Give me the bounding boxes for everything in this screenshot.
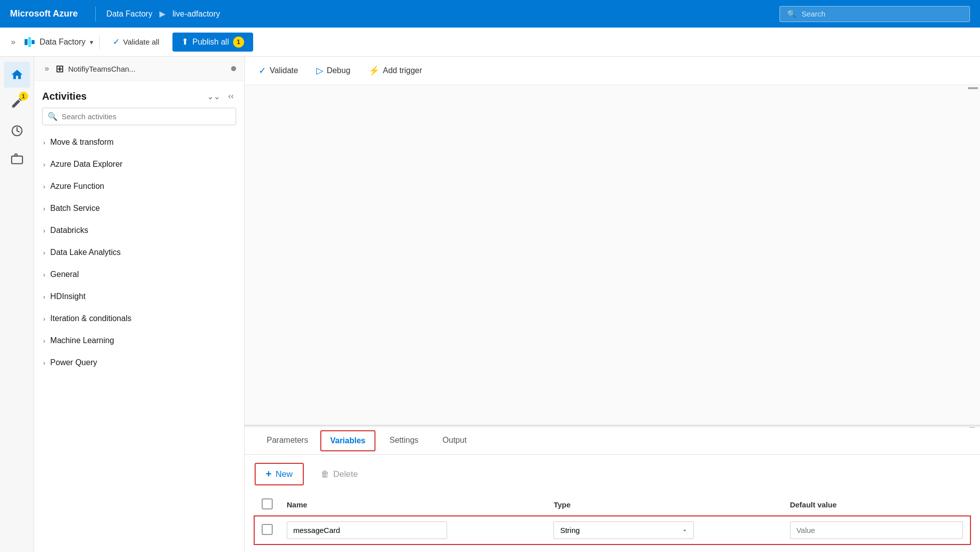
variable-name-input[interactable] [287, 521, 447, 539]
toolbar-df: Data Factory ▾ [24, 36, 93, 48]
chevron-icon: › [43, 359, 45, 367]
new-variable-button[interactable]: + New [255, 463, 304, 485]
search-input[interactable] [802, 10, 962, 18]
svg-rect-1 [28, 37, 31, 47]
tab-settings[interactable]: Settings [377, 428, 431, 454]
data-factory-icon [24, 36, 36, 48]
collapse-icon[interactable]: ⌄⌄ [205, 90, 223, 103]
list-item[interactable]: › Data Lake Analytics [38, 241, 240, 263]
publish-icon: ⬆ [181, 37, 188, 47]
toolbar-divider [99, 35, 100, 49]
variable-type-select[interactable]: String Boolean Array [553, 521, 694, 539]
row-checkbox[interactable] [262, 524, 273, 535]
nav-instance: live-adfactory [172, 10, 220, 19]
validate-icon: ✓ [113, 37, 120, 47]
chevron-icon: › [43, 293, 45, 301]
table-row: String Boolean Array [255, 516, 970, 544]
list-item[interactable]: › Azure Data Explorer [38, 153, 240, 175]
list-item[interactable]: › Move & transform [38, 131, 240, 153]
chevron-icon: › [43, 337, 45, 345]
search-activities-icon: 🔍 [48, 112, 58, 121]
monitor-icon [11, 124, 24, 137]
list-item[interactable]: › Power Query [38, 352, 240, 374]
validate-all-button[interactable]: ✓ Validate all [106, 33, 166, 51]
chevron-icon: › [43, 205, 45, 212]
chevron-icon: › [43, 315, 45, 323]
brand-label: Microsoft Azure [10, 9, 78, 19]
pipeline-icon: ⊞ [56, 63, 64, 75]
nav-service: Data Factory [106, 10, 152, 19]
sidebar-item-home[interactable] [4, 62, 30, 88]
activity-label: HDInsight [50, 292, 85, 301]
add-trigger-button[interactable]: ⚡ Add trigger [364, 63, 426, 79]
variables-table: Name Type Default value [255, 493, 970, 544]
activity-label: Data Lake Analytics [50, 248, 121, 257]
left-panel: » ⊞ NotifiyTeamsChan... Activities ⌄⌄ ‹‹… [34, 57, 245, 552]
col-header-name: Name [280, 493, 546, 516]
list-item[interactable]: › HDInsight [38, 286, 240, 308]
activity-label: General [50, 270, 79, 279]
activity-label: Power Query [50, 358, 97, 367]
col-header-type: Type [546, 493, 782, 516]
list-item[interactable]: › Databricks [38, 219, 240, 241]
chevron-icon: › [43, 249, 45, 256]
toolbar-expand-icon[interactable]: » [9, 36, 18, 49]
svg-rect-0 [25, 39, 28, 45]
collapse-left-icon[interactable]: ‹‹ [226, 90, 236, 103]
svg-rect-2 [32, 40, 35, 44]
trigger-icon: ⚡ [368, 65, 379, 76]
activity-list: › Move & transform › Azure Data Explorer… [34, 131, 244, 552]
nav-path: Data Factory ▶ live-adfactory [103, 9, 223, 19]
panel-expand-icon[interactable]: » [42, 63, 52, 75]
col-header-default: Default value [783, 493, 970, 516]
canvas-toolbar: ✓ Validate ▷ Debug ⚡ Add trigger [245, 57, 980, 85]
search-activities-input[interactable] [62, 112, 231, 121]
debug-button[interactable]: ▷ Debug [312, 63, 354, 79]
unsaved-indicator [231, 66, 236, 71]
validate-button[interactable]: ✓ Validate [255, 63, 302, 79]
bottom-panel: — Parameters Variables Settings Output [245, 425, 980, 552]
row-checkbox-cell [255, 516, 280, 544]
nav-divider [95, 7, 96, 22]
right-area: ✓ Validate ▷ Debug ⚡ Add trigger — [245, 57, 980, 552]
search-bar[interactable]: 🔍 [779, 6, 970, 22]
variable-default-input[interactable] [790, 521, 963, 539]
list-item[interactable]: › Machine Learning [38, 330, 240, 352]
sidebar-item-monitor[interactable] [4, 118, 30, 144]
list-item[interactable]: › Azure Function [38, 175, 240, 197]
toolbar-df-chevron[interactable]: ▾ [90, 38, 93, 46]
publish-badge: 1 [233, 37, 244, 48]
activities-title-row: Activities ⌄⌄ ‹‹ [34, 81, 244, 108]
var-actions: + New 🗑 Delete [255, 463, 970, 485]
activity-label: Move & transform [50, 138, 113, 147]
row-name-cell [280, 516, 546, 544]
trash-icon: 🗑 [321, 469, 329, 479]
publish-all-button[interactable]: ⬆ Publish all 1 [172, 33, 253, 52]
main-layout: 1 » ⊞ NotifiyTeamsChan... Activities ⌄⌄ [0, 57, 980, 552]
delete-variable-button[interactable]: 🗑 Delete [312, 465, 367, 484]
list-item[interactable]: › General [38, 263, 240, 286]
main-toolbar: » Data Factory ▾ ✓ Validate all ⬆ Publis… [0, 28, 980, 57]
list-item[interactable]: › Batch Service [38, 197, 240, 219]
chevron-icon: › [43, 271, 45, 279]
sidebar-item-manage[interactable] [4, 146, 30, 172]
tab-output[interactable]: Output [431, 428, 479, 454]
chevron-icon: › [43, 183, 45, 190]
activity-label: Databricks [50, 226, 88, 235]
search-icon: 🔍 [787, 10, 797, 19]
activities-search-box[interactable]: 🔍 [42, 108, 236, 125]
row-default-cell [783, 516, 970, 544]
tab-variables[interactable]: Variables [320, 430, 375, 451]
select-all-checkbox[interactable] [262, 498, 273, 509]
chevron-icon: › [43, 161, 45, 168]
tab-parameters[interactable]: Parameters [255, 428, 320, 454]
svg-rect-4 [12, 156, 23, 164]
activity-label: Batch Service [50, 204, 100, 213]
table-header-row: Name Type Default value [255, 493, 970, 516]
canvas-area [245, 85, 980, 425]
sidebar-item-author[interactable]: 1 [4, 90, 30, 116]
list-item[interactable]: › Iteration & conditionals [38, 308, 240, 330]
author-badge: 1 [19, 92, 28, 101]
activities-controls: ⌄⌄ ‹‹ [205, 90, 236, 103]
chevron-icon: › [43, 227, 45, 234]
